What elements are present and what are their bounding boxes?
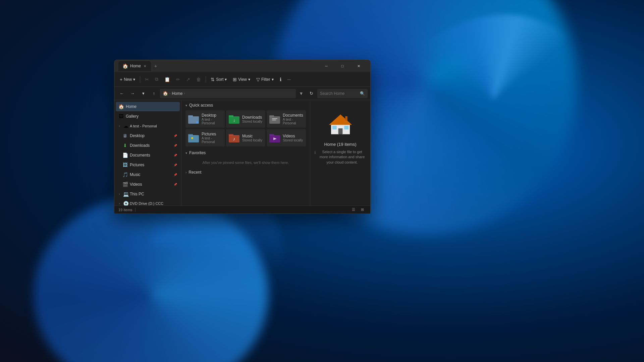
view-buttons: ☰ ⊞ bbox=[350, 207, 366, 213]
refresh-button[interactable]: ↻ bbox=[307, 89, 316, 98]
toolbar: + New ▾ ✂ ⧉ 📋 ✏ ↗ 🗑 ⇅ Sort ▾ ⊞ bbox=[114, 72, 370, 87]
dvd-nav-icon: 💿 bbox=[123, 201, 128, 205]
svg-rect-11 bbox=[272, 118, 277, 119]
copy-button[interactable]: ⧉ bbox=[152, 74, 161, 85]
path-home-segment[interactable]: Home bbox=[172, 91, 182, 96]
svg-rect-15 bbox=[188, 135, 199, 142]
address-dropdown-button[interactable]: ▾ bbox=[297, 89, 305, 98]
minimize-button[interactable]: ─ bbox=[319, 61, 334, 71]
info-panel-text: Select a single file to get more informa… bbox=[318, 149, 366, 165]
documents-nav-icon: 📄 bbox=[122, 153, 128, 158]
folder-card-desktop[interactable]: Desktop A test - Personal bbox=[185, 110, 225, 128]
documents-pin-icon: 📌 bbox=[174, 154, 177, 157]
main-panel: ▾ Quick access bbox=[181, 100, 310, 205]
home-tab[interactable]: 🏠 Home ✕ bbox=[118, 61, 151, 71]
view-dropdown-icon: ▾ bbox=[248, 77, 250, 82]
folder-card-videos[interactable]: Videos Stored locally bbox=[267, 129, 306, 146]
up-button[interactable]: ↑ bbox=[149, 89, 159, 98]
sort-button[interactable]: ⇅ Sort ▾ bbox=[208, 74, 229, 85]
sidebar-item-gallery[interactable]: 🖼 Gallery bbox=[116, 112, 180, 121]
new-button[interactable]: + New ▾ bbox=[117, 74, 138, 85]
sidebar-item-downloads[interactable]: ⬇ Downloads 📌 bbox=[116, 141, 180, 150]
thispc-nav-icon: 💻 bbox=[123, 191, 128, 197]
content-scroll[interactable]: ▾ Quick access bbox=[181, 100, 310, 205]
rename-button[interactable]: ✏ bbox=[173, 74, 183, 85]
new-label: New bbox=[124, 77, 132, 82]
maximize-button[interactable]: □ bbox=[335, 61, 350, 71]
documents-folder-name: Documents bbox=[283, 113, 303, 118]
delete-icon: 🗑 bbox=[196, 77, 201, 82]
home-large-icon bbox=[327, 111, 354, 138]
details-button[interactable]: ℹ bbox=[277, 74, 284, 85]
paste-button[interactable]: 📋 bbox=[162, 74, 173, 85]
desktop-pin-icon: 📌 bbox=[174, 134, 177, 137]
desktop-folder-sub: A test - Personal bbox=[202, 118, 222, 125]
sidebar: 🏠 Home 🖼 Gallery › ☁ A test - Personal 🖥… bbox=[114, 100, 181, 205]
svg-rect-28 bbox=[332, 126, 337, 129]
share-button[interactable]: ↗ bbox=[183, 74, 193, 85]
info-panel-title: Home (19 items) bbox=[324, 142, 356, 147]
search-input[interactable] bbox=[320, 91, 359, 96]
recent-locations-button[interactable]: ▾ bbox=[139, 89, 148, 98]
recent-title: Recent bbox=[189, 170, 201, 175]
tab-close-button[interactable]: ✕ bbox=[143, 64, 147, 69]
tab-label: Home bbox=[130, 64, 141, 68]
item-count: 19 items bbox=[118, 208, 132, 212]
sort-icon: ⇅ bbox=[211, 77, 215, 82]
list-view-button[interactable]: ☰ bbox=[350, 207, 358, 213]
sidebar-item-documents[interactable]: 📄 Documents 📌 bbox=[116, 150, 180, 160]
svg-text:♪: ♪ bbox=[233, 136, 235, 141]
sidebar-item-dvd[interactable]: › 💿 DVD Drive (D:) CCC bbox=[114, 199, 181, 205]
forward-button[interactable]: → bbox=[128, 89, 137, 98]
view-label: View bbox=[238, 77, 247, 82]
folder-card-pictures[interactable]: Pictures A test - Personal bbox=[185, 129, 225, 146]
downloads-folder-name: Downloads bbox=[242, 115, 262, 120]
folder-card-music[interactable]: ♪ Music Stored locally bbox=[226, 129, 265, 146]
close-button[interactable]: ✕ bbox=[351, 61, 366, 71]
info-circle-icon: ℹ bbox=[314, 150, 316, 156]
expand-thispc-icon: › bbox=[117, 192, 122, 196]
recent-section: › Recent bbox=[185, 170, 306, 175]
sidebar-item-thispc[interactable]: › 💻 This PC bbox=[114, 189, 181, 199]
desktop-folder-info: Desktop A test - Personal bbox=[202, 113, 222, 125]
sidebar-item-home[interactable]: 🏠 Home bbox=[116, 102, 180, 111]
home-nav-icon: 🏠 bbox=[118, 104, 124, 109]
delete-button[interactable]: 🗑 bbox=[194, 74, 204, 85]
view-button[interactable]: ⊞ View ▾ bbox=[230, 74, 253, 85]
atest-cloud-icon: ☁ bbox=[123, 123, 128, 129]
sidebar-item-desktop[interactable]: 🖥 Desktop 📌 bbox=[116, 131, 180, 140]
favorites-header[interactable]: ▾ Favorites bbox=[185, 150, 306, 155]
svg-point-3 bbox=[196, 121, 198, 123]
folder-card-documents[interactable]: Documents A test - Personal bbox=[267, 110, 306, 128]
pictures-folder-name: Pictures bbox=[202, 132, 222, 136]
sidebar-item-music[interactable]: 🎵 Music 📌 bbox=[116, 170, 180, 179]
quick-access-title: Quick access bbox=[189, 103, 213, 108]
address-path[interactable]: 🏠 › Home › bbox=[160, 89, 296, 98]
sidebar-item-pictures[interactable]: 🖼 Pictures 📌 bbox=[116, 160, 180, 170]
search-box[interactable]: 🔍 bbox=[317, 89, 368, 98]
recent-chevron: › bbox=[185, 171, 186, 174]
back-button[interactable]: ← bbox=[117, 89, 126, 98]
videos-pin-icon: 📌 bbox=[174, 183, 177, 186]
svg-rect-29 bbox=[344, 126, 348, 129]
cut-button[interactable]: ✂ bbox=[142, 74, 152, 85]
recent-header[interactable]: › Recent bbox=[185, 170, 306, 175]
more-button[interactable]: ··· bbox=[285, 74, 293, 85]
pictures-pin-icon: 📌 bbox=[174, 164, 177, 167]
music-pin-icon: 📌 bbox=[174, 173, 177, 176]
sidebar-item-videos[interactable]: 🎬 Videos 📌 bbox=[116, 180, 180, 189]
explorer-window: 🏠 Home ✕ + ─ □ ✕ + New ▾ ✂ ⧉ 📋 ✏ bbox=[114, 60, 371, 214]
filter-button[interactable]: ▽ Filter ▾ bbox=[254, 74, 276, 85]
downloads-folder-sub: Stored locally bbox=[242, 120, 262, 123]
downloads-folder-info: Downloads Stored locally bbox=[242, 115, 262, 123]
cut-icon: ✂ bbox=[145, 77, 149, 82]
toolbar-sep-1 bbox=[140, 76, 140, 83]
sidebar-item-atest[interactable]: › ☁ A test - Personal bbox=[114, 121, 181, 131]
window-controls: ─ □ ✕ bbox=[319, 61, 366, 71]
grid-view-button[interactable]: ⊞ bbox=[358, 207, 366, 213]
new-tab-button[interactable]: + bbox=[152, 62, 160, 70]
quick-access-header[interactable]: ▾ Quick access bbox=[185, 103, 306, 108]
folder-card-downloads[interactable]: ↓ Downloads Stored locally bbox=[226, 110, 265, 128]
pictures-folder-sub: A test - Personal bbox=[202, 136, 222, 144]
svg-text:↓: ↓ bbox=[233, 118, 235, 123]
